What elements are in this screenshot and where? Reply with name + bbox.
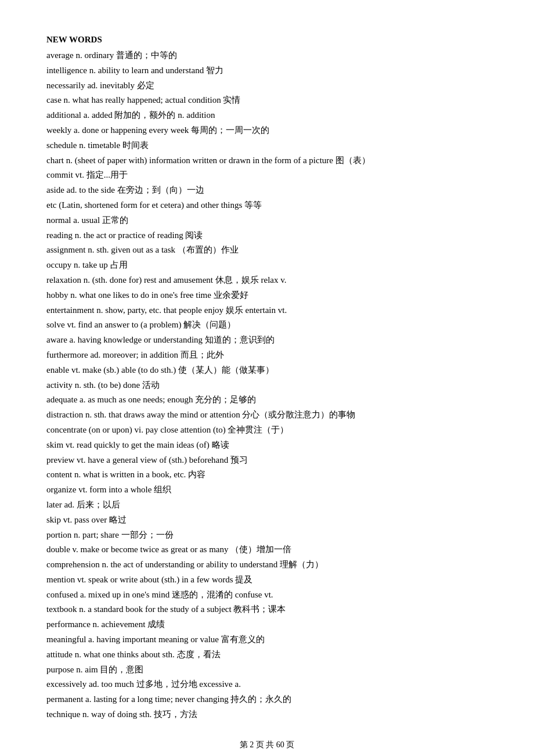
word-definition: n. part; share 一部分；一份 — [71, 530, 173, 539]
word-term: furthermore — [46, 350, 88, 359]
word-term: aware — [46, 335, 67, 344]
word-term: average — [46, 51, 74, 60]
word-entry: adequate a. as much as one needs; enough… — [46, 393, 488, 408]
word-term: attitude — [46, 650, 73, 659]
word-entry: later ad. 后来；以后 — [46, 498, 488, 513]
word-term: distraction — [46, 410, 83, 419]
word-entry: concentrate (on or upon) vi. pay close a… — [46, 423, 488, 438]
word-term: entertainment — [46, 305, 94, 315]
word-entry: normal a. usual 正常的 — [46, 213, 488, 228]
word-definition: n. aim 目的，意图 — [74, 665, 144, 674]
word-entry: purpose n. aim 目的，意图 — [46, 663, 488, 678]
word-entry: furthermore ad. moreover; in addition 而且… — [46, 348, 488, 363]
word-term: enable — [46, 365, 69, 375]
word-entry: preview vt. have a general view of (sth.… — [46, 453, 488, 468]
word-entry: additional a. added 附加的，额外的 n. addition — [46, 108, 488, 123]
word-definition: vt. read quickly to get the main ideas (… — [63, 440, 229, 449]
word-definition: a. having important meaning or value 富有意… — [86, 635, 264, 644]
word-definition: n. what has really happened; actual cond… — [62, 95, 241, 105]
word-term: hobby — [46, 290, 68, 300]
word-term: activity — [46, 380, 73, 390]
word-term: adequate — [46, 395, 77, 404]
word-definition: v. make or become twice as great or as m… — [70, 545, 291, 554]
word-term: mention — [46, 575, 75, 584]
word-definition: vt. speak or write about (sth.) in a few… — [75, 575, 252, 584]
word-definition: a. lasting for a long time; never changi… — [83, 694, 291, 704]
word-term: commit — [46, 170, 73, 179]
word-definition: n. take up 占用 — [71, 260, 127, 269]
word-term: preview — [46, 455, 74, 465]
word-definition: a. usual 正常的 — [71, 215, 128, 225]
word-definition: n. ordinary 普通的；中等的 — [74, 51, 177, 60]
word-definition: ad. too much 过多地，过分地 excessive a. — [86, 679, 241, 689]
word-entry: permanent a. lasting for a long time; ne… — [46, 692, 488, 707]
word-definition: ad. 后来；以后 — [62, 500, 120, 509]
word-definition: ad. inevitably 必定 — [85, 81, 154, 90]
word-entry: aside ad. to the side 在旁边；到（向）一边 — [46, 183, 488, 198]
word-entry: activity n. sth. (to be) done 活动 — [46, 378, 488, 393]
word-term: portion — [46, 530, 71, 539]
word-definition: a. added 附加的，额外的 n. addition — [81, 110, 215, 120]
word-definition: n. what is written in a book, etc. 内容 — [72, 470, 205, 479]
word-term: normal — [46, 215, 71, 225]
word-entry: portion n. part; share 一部分；一份 — [46, 528, 488, 543]
word-list: average n. ordinary 普通的；中等的intelligence … — [46, 48, 488, 722]
word-definition: n. what one likes to do in one's free ti… — [68, 290, 248, 300]
word-entry: commit vt. 指定...用于 — [46, 168, 488, 183]
word-entry: weekly a. done or happening every week 每… — [46, 123, 488, 138]
word-term: excessively — [46, 679, 86, 689]
word-entry: hobby n. what one likes to do in one's f… — [46, 288, 488, 303]
word-definition: n. what one thinks about sth. 态度，看法 — [73, 650, 221, 659]
word-definition: ad. moreover; in addition 而且；此外 — [88, 350, 224, 359]
word-term: intelligence — [46, 66, 87, 75]
word-entry: comprehension n. the act of understandin… — [46, 557, 488, 573]
word-definition: n. timetable 时间表 — [77, 141, 148, 150]
word-entry: organize vt. form into a whole 组织 — [46, 483, 488, 498]
word-definition: n. sth. (to be) done 活动 — [73, 380, 160, 390]
word-definition: n. sth. given out as a task （布置的）作业 — [86, 245, 239, 254]
word-term: solve — [46, 320, 65, 329]
word-term: relaxation — [46, 275, 81, 285]
word-entry: schedule n. timetable 时间表 — [46, 138, 488, 153]
word-term: skip — [46, 515, 61, 524]
word-definition: n. (sheet of paper with) information wri… — [64, 156, 370, 165]
word-definition: ad. to the side 在旁边；到（向）一边 — [64, 185, 204, 195]
word-definition: n. way of doing sth. 技巧，方法 — [80, 710, 197, 719]
word-entry: case n. what has really happened; actual… — [46, 93, 488, 108]
word-entry: skim vt. read quickly to get the main id… — [46, 438, 488, 453]
word-definition: vt. make (sb.) able (to do sth.) 使（某人）能（… — [69, 365, 274, 375]
word-term: content — [46, 470, 72, 479]
word-term: occupy — [46, 260, 71, 269]
word-term: permanent — [46, 694, 83, 704]
page-footer: 第 2 页 共 60 页 — [46, 740, 488, 750]
word-entry: solve vt. find an answer to (a problem) … — [46, 318, 488, 333]
word-term: comprehension — [46, 560, 100, 569]
word-entry: chart n. (sheet of paper with) informati… — [46, 153, 488, 168]
word-definition: a. mixed up in one's mind 迷惑的，混淆的 confus… — [78, 590, 273, 599]
word-definition: n. sth. that draws away the mind or atte… — [83, 410, 355, 419]
word-definition: n. the act of understanding or ability t… — [100, 560, 323, 569]
word-entry: average n. ordinary 普通的；中等的 — [46, 48, 488, 63]
word-entry: aware a. having knowledge or understandi… — [46, 333, 488, 348]
word-entry: etc (Latin, shortened form for et cetera… — [46, 198, 488, 213]
word-entry: confused a. mixed up in one's mind 迷惑的，混… — [46, 588, 488, 603]
word-term: later — [46, 500, 62, 509]
word-definition: vt. have a general view of (sth.) before… — [74, 455, 248, 465]
word-definition: a. having knowledge or understanding 知道的… — [67, 335, 275, 344]
word-term: concentrate (on or upon) — [46, 425, 132, 434]
word-term: weekly — [46, 125, 71, 135]
word-entry: mention vt. speak or write about (sth.) … — [46, 573, 488, 588]
word-definition: a. done or happening every week 每周的；一周一次… — [71, 125, 269, 135]
word-entry: occupy n. take up 占用 — [46, 258, 488, 273]
word-term: necessarily — [46, 81, 85, 90]
word-definition: vt. pass over 略过 — [61, 515, 127, 524]
word-entry: enable vt. make (sb.) able (to do sth.) … — [46, 363, 488, 378]
word-definition: n. ability to learn and understand 智力 — [87, 66, 223, 75]
word-entry: content n. what is written in a book, et… — [46, 467, 488, 483]
word-entry: textbook n. a standard book for the stud… — [46, 602, 488, 617]
word-definition: n. (sth. done for) rest and amusement 休息… — [81, 275, 287, 285]
word-term: purpose — [46, 665, 74, 674]
word-entry: entertainment n. show, party, etc. that … — [46, 303, 488, 318]
word-term: technique — [46, 710, 80, 719]
word-term: skim — [46, 440, 63, 449]
